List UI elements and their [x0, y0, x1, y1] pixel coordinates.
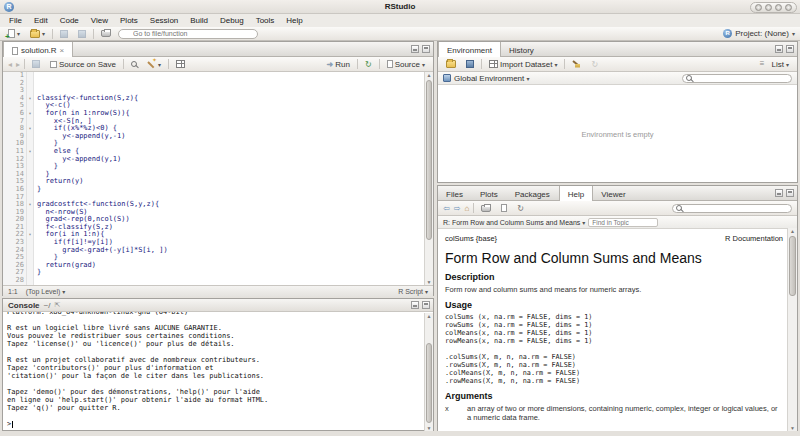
fold-marker[interactable] [27, 262, 34, 270]
import-dataset-button[interactable]: Import Dataset ▾ [486, 60, 560, 69]
find-replace-button[interactable] [128, 61, 140, 67]
editor-scrollbar[interactable]: ▲ ▼ [424, 72, 433, 285]
minimize-pane-icon[interactable] [411, 45, 419, 53]
save-all-button[interactable] [75, 30, 89, 38]
fold-marker[interactable]: ▾ [27, 125, 34, 133]
forward-icon[interactable]: ▸ [16, 60, 20, 69]
environment-search[interactable] [682, 74, 792, 83]
tab-history[interactable]: History [501, 42, 543, 56]
fold-marker[interactable] [27, 254, 34, 262]
back-icon[interactable]: ⇦ [443, 204, 450, 213]
file-type-selector[interactable]: R Script ▾ [398, 288, 428, 295]
fold-marker[interactable]: ▾ [27, 231, 34, 239]
fold-marker[interactable]: ▾ [27, 95, 34, 103]
fold-marker[interactable] [27, 194, 34, 202]
minimize-button[interactable] [765, 4, 772, 11]
menu-item[interactable]: Debug [215, 15, 249, 26]
scope-selector[interactable]: (Top Level) ▾ [26, 288, 66, 295]
back-icon[interactable]: ◂ [8, 60, 12, 69]
fold-marker[interactable]: ▾ [27, 201, 34, 209]
tab-packages[interactable]: Packages [507, 186, 559, 200]
tab-solution-r[interactable]: solution.R × [3, 42, 73, 57]
forward-icon[interactable]: ⇨ [454, 204, 461, 213]
fold-marker[interactable] [27, 163, 34, 171]
compile-notebook-button[interactable] [173, 60, 188, 68]
print-help-button[interactable] [478, 205, 494, 212]
open-in-new-window-button[interactable] [498, 204, 510, 212]
tab-help[interactable]: Help [559, 186, 593, 201]
scroll-up-icon[interactable]: ▲ [425, 72, 433, 78]
tab-environment[interactable]: Environment [438, 42, 501, 57]
fold-marker[interactable] [27, 156, 34, 164]
help-topic-selector[interactable]: R: Form Row and Column Sums and Means ▾ [443, 219, 585, 226]
fold-marker[interactable] [27, 277, 34, 285]
fold-marker[interactable] [27, 209, 34, 217]
maximize-pane-icon[interactable] [786, 45, 794, 53]
tab-plots[interactable]: Plots [472, 186, 507, 200]
goto-directory-icon[interactable]: ⇱ [54, 301, 60, 309]
console-prompt[interactable]: > [7, 420, 429, 428]
fold-marker[interactable] [27, 239, 34, 247]
save-workspace-button[interactable] [463, 60, 477, 68]
fold-marker[interactable] [27, 80, 34, 88]
print-button[interactable] [98, 30, 114, 37]
menu-item[interactable]: Tools [251, 15, 280, 26]
list-view-selector[interactable]: List▾ [769, 60, 792, 69]
scroll-thumb[interactable] [426, 80, 432, 240]
help-search[interactable] [672, 204, 792, 213]
fold-marker[interactable] [27, 118, 34, 126]
environment-scope-selector[interactable]: Global Environment ▾ [454, 74, 530, 83]
fold-marker[interactable] [27, 178, 34, 186]
rerun-button[interactable]: ↻ [362, 60, 375, 69]
fold-marker[interactable] [27, 171, 34, 179]
fold-marker[interactable] [27, 72, 34, 80]
run-button[interactable]: ➜Run [324, 60, 353, 69]
fold-marker[interactable]: ▾ [27, 148, 34, 156]
tab-close-icon[interactable]: × [60, 46, 65, 55]
scroll-up-icon[interactable]: ▲ [425, 313, 433, 319]
menu-item[interactable]: File [4, 15, 27, 26]
clear-workspace-button[interactable] [569, 60, 584, 69]
refresh-environment-button[interactable]: ↻ [588, 60, 601, 69]
help-content[interactable]: colSums {base} R Documentation Form Row … [438, 229, 797, 431]
fold-marker[interactable] [27, 269, 34, 277]
tab-viewer[interactable]: Viewer [593, 186, 634, 200]
fold-marker[interactable]: ▾ [27, 110, 34, 118]
new-file-button[interactable]: ▾ [5, 29, 23, 38]
scroll-thumb[interactable] [789, 236, 796, 296]
refresh-help-button[interactable]: ↻ [514, 204, 527, 213]
menu-item[interactable]: Edit [29, 15, 53, 26]
console-scrollbar[interactable]: ▲ ▼ [424, 313, 433, 431]
help-scrollbar[interactable]: ▲ ▼ [787, 228, 797, 431]
shade-button[interactable] [755, 4, 762, 11]
fold-marker[interactable] [27, 133, 34, 141]
fold-marker[interactable] [27, 140, 34, 148]
minimize-pane-icon[interactable] [411, 301, 419, 309]
save-button[interactable] [57, 30, 71, 38]
menu-item[interactable]: Code [55, 15, 84, 26]
maximize-button[interactable] [775, 4, 782, 11]
code-editor[interactable]: 1 2 3 4 ▾ [3, 72, 433, 285]
maximize-pane-icon[interactable] [786, 189, 794, 197]
minimize-pane-icon[interactable] [775, 45, 783, 53]
menu-item[interactable]: Plots [115, 15, 143, 26]
minimize-pane-icon[interactable] [775, 189, 783, 197]
home-icon[interactable]: ⌂ [464, 204, 469, 213]
fold-marker[interactable] [27, 87, 34, 95]
close-button[interactable] [785, 4, 792, 11]
find-in-topic-input[interactable] [588, 218, 658, 227]
maximize-pane-icon[interactable] [422, 301, 430, 309]
source-button[interactable]: Source▾ [384, 60, 428, 69]
menu-item[interactable]: Help [281, 15, 307, 26]
load-workspace-button[interactable] [443, 60, 459, 68]
scroll-down-icon[interactable]: ▼ [425, 279, 433, 285]
fold-marker[interactable] [27, 216, 34, 224]
console-output[interactable]: Platform: x86_64-unknown-linux-gnu (64-b… [3, 312, 433, 431]
code-tools-button[interactable]: ▾ [144, 60, 164, 69]
fold-marker[interactable] [27, 102, 34, 110]
open-file-button[interactable]: ▾ [27, 30, 48, 38]
project-menu[interactable]: R Project: (None) ▾ [723, 29, 795, 38]
source-on-save-checkbox[interactable]: Source on Save [47, 60, 119, 69]
fold-marker[interactable] [27, 224, 34, 232]
goto-file-input[interactable] [118, 29, 258, 39]
